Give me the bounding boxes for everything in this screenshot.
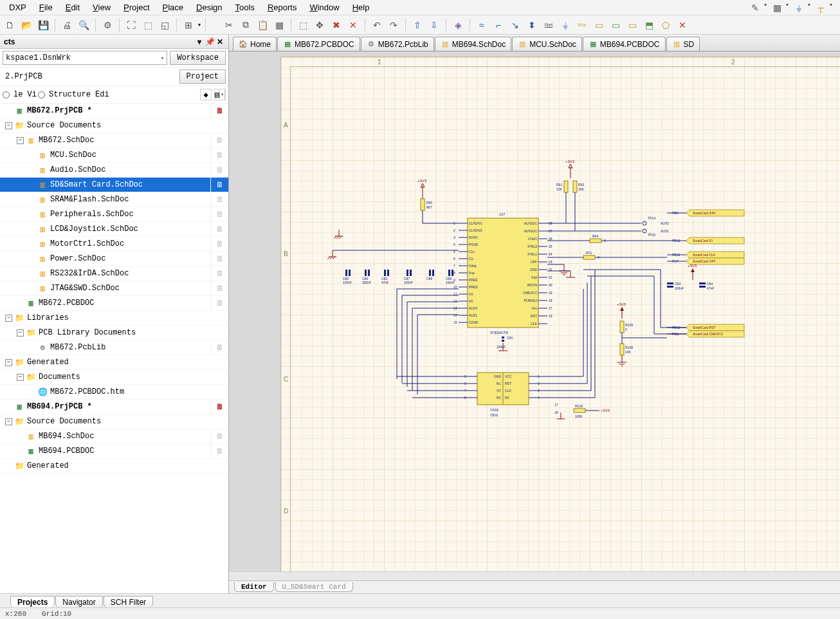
noerc-icon[interactable]: ✕: [675, 18, 689, 32]
zoom-fit-icon[interactable]: ⛶: [124, 18, 138, 32]
deselect-icon[interactable]: ✖: [329, 18, 343, 32]
signal-harness-icon[interactable]: ⬍: [525, 18, 539, 32]
power-vcc-icon[interactable]: Vcc: [575, 18, 589, 32]
panel-option1-icon[interactable]: ◆: [200, 89, 212, 100]
paste-icon[interactable]: 📋: [255, 18, 269, 32]
project-button[interactable]: Project: [179, 69, 226, 84]
redo-icon[interactable]: ↷: [387, 18, 401, 32]
paste-special-icon[interactable]: ▦: [272, 18, 286, 32]
tree-item[interactable]: ▥RS232&IrDA.SchDoc🗎: [0, 266, 228, 281]
tree-item[interactable]: −📁Source Documents: [0, 414, 228, 429]
editor-tab[interactable]: Editor: [234, 582, 274, 592]
tree-item[interactable]: −📁Documents: [0, 370, 228, 385]
tree-item[interactable]: ▥SD&Smart Card.SchDoc🗎: [0, 178, 228, 192]
zoom-select-icon[interactable]: ◱: [158, 18, 172, 32]
ground-icon[interactable]: ⏚: [792, 2, 805, 14]
vcc-icon[interactable]: ┬: [814, 2, 827, 14]
tree-item[interactable]: 📁Generated: [0, 459, 228, 474]
wire-icon[interactable]: ≈: [475, 18, 489, 32]
print-icon[interactable]: 🖨: [60, 18, 74, 32]
tree-item[interactable]: ▥JTAG&SWD.SchDoc🗎: [0, 281, 228, 296]
tree-item[interactable]: ▦MB672.PCBDOC🗎: [0, 296, 228, 311]
hierarchy-up-icon[interactable]: ⇧: [410, 18, 425, 32]
project-combo[interactable]: 2.PrjPCB: [3, 69, 177, 84]
open-icon[interactable]: 📂: [19, 18, 33, 32]
menu-project[interactable]: Project: [117, 1, 156, 14]
tree-expander-icon[interactable]: −: [17, 329, 24, 337]
device-sheet-icon[interactable]: ⬒: [642, 18, 656, 32]
tree-item[interactable]: ▥MCU.SchDoc🗎: [0, 148, 228, 163]
tree-expander-icon[interactable]: −: [5, 315, 12, 322]
port-icon[interactable]: ⬠: [659, 18, 673, 32]
menu-help[interactable]: Help: [346, 1, 376, 14]
menu-file[interactable]: File: [33, 1, 59, 14]
structure-view-radio[interactable]: [38, 91, 45, 98]
tree-item[interactable]: ▦MB694.PrjPCB *🗎: [0, 400, 228, 414]
sheet-symbol-icon[interactable]: ▭: [608, 18, 623, 32]
projects-tab[interactable]: Projects: [10, 596, 55, 607]
tree-item[interactable]: ▥LCD&Joystick.SchDoc🗎: [0, 222, 228, 237]
tree-item[interactable]: ▥MB694.SchDoc🗎: [0, 429, 228, 444]
menu-view[interactable]: View: [86, 1, 117, 14]
tree-expander-icon[interactable]: −: [17, 374, 24, 381]
align-icon[interactable]: ▦: [771, 2, 783, 14]
tree-item[interactable]: −📁Generated: [0, 355, 228, 370]
hierarchy-down-icon[interactable]: ⇩: [427, 18, 441, 32]
preview-icon[interactable]: 🔍: [77, 18, 91, 32]
menu-dxp[interactable]: DXP: [3, 1, 33, 14]
tree-item[interactable]: 🌐MB672.PCBDOC.htm: [0, 385, 228, 400]
tree-item[interactable]: ▥Power.SchDoc🗎: [0, 252, 228, 266]
tree-expander-icon[interactable]: −: [17, 137, 24, 144]
tree-item[interactable]: ▦MB672.PrjPCB *🗎: [0, 104, 228, 118]
tree-item[interactable]: ▥Audio.SchDoc🗎: [0, 163, 228, 178]
schematic-canvas[interactable]: A B C D 1 2 U17ST8024CTRCLKDIV11CLKDIV22…: [229, 51, 840, 571]
tree-expander-icon[interactable]: −: [5, 122, 12, 129]
tree-item[interactable]: −📁Source Documents: [0, 118, 228, 133]
workspace-combo[interactable]: kspace1.DsnWrk ▾: [3, 51, 167, 65]
tree-item[interactable]: ▥SRAM&Flash.SchDoc🗎: [0, 192, 228, 207]
tree-expander-icon[interactable]: −: [5, 359, 12, 366]
panel-close-icon[interactable]: ✕: [215, 37, 224, 46]
sheet-tab[interactable]: U_SD&Smart Card: [275, 582, 353, 592]
select-rect-icon[interactable]: ⬚: [296, 18, 310, 32]
doc-tab[interactable]: ⚙MB672.PcbLib: [361, 37, 434, 51]
menu-tools[interactable]: Tools: [229, 1, 261, 14]
menu-reports[interactable]: Reports: [261, 1, 304, 14]
browse-icon[interactable]: ⊞: [181, 18, 196, 32]
sheet-entry-icon[interactable]: ▭: [625, 18, 639, 32]
doc-tab[interactable]: ▦MB694.PCBDOC: [583, 37, 666, 51]
copy-icon[interactable]: ⧉: [239, 18, 253, 32]
zoom-area-icon[interactable]: ⬚: [141, 18, 155, 32]
compile-icon[interactable]: ⚙: [100, 18, 114, 32]
menu-place[interactable]: Place: [156, 1, 190, 14]
tree-item[interactable]: ⚙MB672.PcbLib🗎: [0, 340, 228, 355]
save-icon[interactable]: 💾: [36, 18, 50, 32]
clear-icon[interactable]: ✕: [346, 18, 360, 32]
doc-tab[interactable]: ▥MCU.SchDoc: [512, 37, 582, 51]
menu-design[interactable]: Design: [190, 1, 228, 14]
horizontal-scrollbar[interactable]: [229, 571, 840, 580]
bus-entry-icon[interactable]: ↘: [508, 18, 522, 32]
bus-icon[interactable]: ⌐: [491, 18, 506, 32]
sch-filter-tab[interactable]: SCH Filter: [104, 596, 153, 607]
panel-pin-icon[interactable]: 📌: [205, 37, 214, 46]
draw-toggle-icon[interactable]: ✎: [749, 2, 762, 14]
tree-expander-icon[interactable]: −: [5, 418, 12, 425]
menu-window[interactable]: Window: [303, 1, 345, 14]
tree-item[interactable]: −📁Libraries: [0, 311, 228, 326]
part-icon[interactable]: ▭: [592, 18, 606, 32]
panel-dropdown-icon[interactable]: ▾: [195, 37, 204, 46]
move-icon[interactable]: ✥: [313, 18, 327, 32]
menu-edit[interactable]: Edit: [59, 1, 86, 14]
doc-tab[interactable]: ▦MB672.PCBDOC: [277, 37, 360, 51]
cut-icon[interactable]: ✂: [222, 18, 236, 32]
tree-item[interactable]: −▥MB672.SchDoc🗎: [0, 133, 228, 148]
undo-icon[interactable]: ↶: [370, 18, 384, 32]
netlabel-icon[interactable]: Net: [542, 18, 556, 32]
panel-option2-icon[interactable]: ▤▾: [214, 89, 226, 100]
power-gnd-icon[interactable]: ⏚: [558, 18, 572, 32]
tree-item[interactable]: ▥MotorCtrl.SchDoc🗎: [0, 237, 228, 252]
tree-item[interactable]: ▦MB694.PCBDOC🗎: [0, 444, 228, 459]
doc-tab[interactable]: ▥MB694.SchDoc: [435, 37, 511, 51]
doc-tab[interactable]: 🏠Home: [233, 37, 277, 51]
